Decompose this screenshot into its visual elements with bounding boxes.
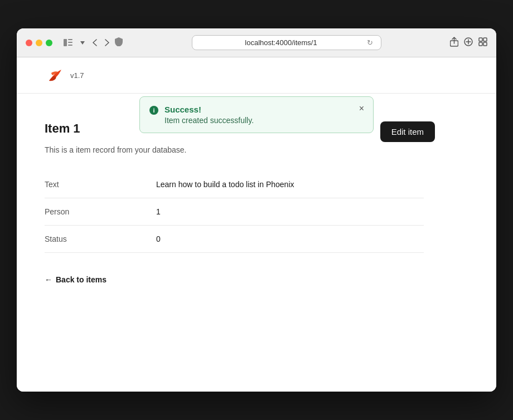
svg-rect-1: [68, 39, 72, 40]
fields-container: Text Learn how to build a todo list in P…: [45, 171, 435, 253]
address-bar[interactable]: localhost:4000/items/1 ↻: [192, 35, 381, 50]
app-header: v1.7: [17, 57, 496, 94]
page-content: v1.7 i Success! Item created successfull…: [17, 57, 496, 392]
field-label-status: Status: [45, 235, 156, 243]
svg-rect-6: [479, 38, 482, 41]
back-button[interactable]: [90, 38, 99, 47]
browser-chrome: localhost:4000/items/1 ↻: [17, 28, 496, 57]
notification-banner: i Success! Item created successfully. ×: [139, 96, 374, 133]
tab-overview-icon[interactable]: [478, 37, 487, 48]
svg-text:i: i: [153, 107, 154, 114]
field-value-person: 1: [156, 207, 161, 216]
traffic-light-yellow[interactable]: [36, 40, 42, 46]
svg-rect-3: [68, 45, 72, 46]
browser-window: localhost:4000/items/1 ↻: [17, 28, 496, 392]
traffic-lights: [26, 40, 52, 46]
back-link-label: Back to items: [56, 275, 107, 284]
dropdown-button[interactable]: [78, 40, 87, 46]
svg-rect-2: [68, 42, 72, 43]
shield-icon: [115, 37, 123, 48]
traffic-light-red[interactable]: [26, 40, 32, 46]
arrow-left-icon: ←: [45, 275, 52, 284]
notification-text: Success! Item created successfully.: [164, 105, 354, 125]
back-to-items-link[interactable]: ← Back to items: [45, 275, 107, 284]
traffic-light-green[interactable]: [46, 40, 52, 46]
new-tab-icon[interactable]: [464, 37, 473, 48]
svg-rect-9: [483, 42, 487, 46]
address-bar-url: localhost:4000/items/1: [200, 38, 362, 47]
edit-item-button[interactable]: Edit item: [380, 121, 435, 142]
refresh-icon[interactable]: ↻: [367, 38, 373, 47]
field-value-status: 0: [156, 235, 161, 243]
notification-message: Item created successfully.: [164, 116, 354, 125]
browser-actions: [450, 37, 487, 49]
field-row-text: Text Learn how to build a todo list in P…: [45, 171, 424, 198]
logo-area: v1.7: [45, 65, 84, 85]
item-title: Item 1: [45, 121, 80, 136]
app-logo: [45, 65, 65, 85]
item-description: This is a item record from your database…: [45, 145, 435, 154]
address-bar-wrapper: localhost:4000/items/1 ↻: [128, 35, 444, 50]
browser-controls: [61, 37, 123, 48]
info-icon: i: [149, 105, 159, 118]
field-value-text: Learn how to build a todo list in Phoeni…: [156, 180, 294, 189]
sidebar-toggle-button[interactable]: [61, 38, 75, 47]
field-label-person: Person: [45, 207, 156, 216]
forward-button[interactable]: [103, 38, 112, 47]
svg-rect-7: [483, 38, 487, 41]
svg-rect-0: [64, 39, 67, 46]
notification-close-button[interactable]: ×: [359, 104, 364, 114]
field-label-text: Text: [45, 180, 156, 189]
field-row-status: Status 0: [45, 226, 424, 253]
notification-title: Success!: [164, 105, 354, 114]
version-badge: v1.7: [70, 71, 84, 80]
share-icon[interactable]: [450, 37, 458, 49]
svg-rect-8: [479, 42, 482, 46]
field-row-person: Person 1: [45, 198, 424, 226]
